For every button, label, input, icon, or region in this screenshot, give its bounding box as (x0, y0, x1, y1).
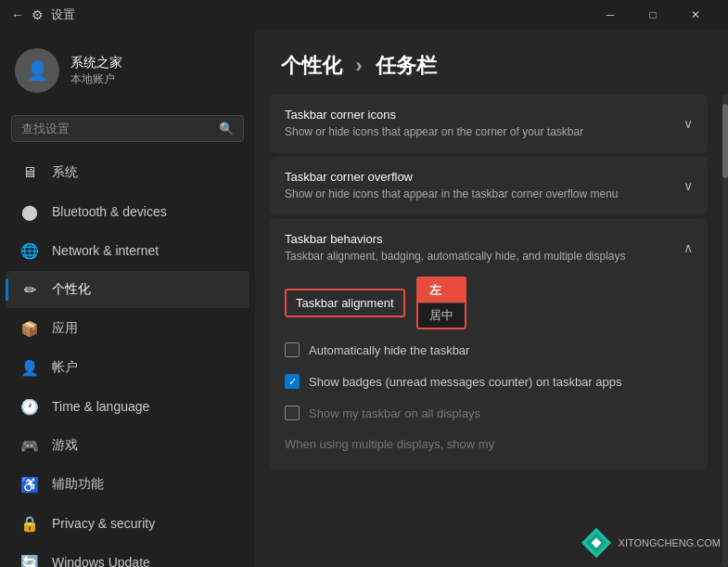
scrollbar-track[interactable] (722, 95, 728, 567)
network-icon: 🌐 (20, 241, 39, 260)
personalization-icon: ✏ (20, 280, 39, 299)
sidebar-item-update[interactable]: 🔄 Windows Update (6, 544, 249, 567)
multiple-displays-label: When using multiple displays, show my (285, 437, 494, 451)
setting-header-corner-icons[interactable]: Taskbar corner icons Show or hide icons … (270, 95, 708, 153)
sidebar-item-label: Privacy & security (52, 516, 155, 531)
watermark-text: XITONGCHENG.COM (619, 537, 721, 548)
setting-title: Taskbar corner icons (285, 108, 672, 122)
sidebar-item-label: Bluetooth & devices (52, 204, 167, 219)
privacy-icon: 🔒 (20, 514, 39, 533)
system-icon: 🖥 (20, 163, 39, 182)
content-area: 个性化 › 任务栏 Taskbar corner icons Show or h… (255, 30, 728, 567)
sidebar-item-label: 帐户 (52, 359, 78, 376)
sidebar-item-label: Time & language (52, 399, 149, 414)
title-bar-text: 设置 (51, 6, 75, 23)
search-box[interactable]: 🔍 (11, 115, 244, 142)
option-center[interactable]: 居中 (418, 303, 465, 328)
sidebar-item-privacy[interactable]: 🔒 Privacy & security (6, 505, 249, 542)
apps-icon: 📦 (20, 319, 39, 338)
watermark-logo (580, 526, 613, 560)
taskbar-alignment-row: Taskbar alignment 左 居中 (285, 277, 693, 329)
all-displays-checkbox[interactable] (285, 406, 300, 420)
breadcrumb-part1: 个性化 (281, 54, 342, 77)
setting-title-area: Taskbar corner overflow Show or hide ico… (285, 170, 672, 202)
update-icon: 🔄 (20, 553, 39, 567)
all-displays-row[interactable]: Show my taskbar on all displays (285, 402, 693, 424)
sidebar-item-time[interactable]: 🕐 Time & language (6, 388, 249, 425)
setting-title-area: Taskbar behaviors Taskbar alignment, bad… (285, 232, 672, 264)
window-controls: ─ □ ✕ (589, 0, 717, 30)
user-profile[interactable]: 👤 系统之家 本地账户 (0, 30, 255, 108)
auto-hide-label: Automatically hide the taskbar (309, 343, 469, 357)
content-scroll-area: Taskbar corner icons Show or hide icons … (255, 95, 728, 567)
sidebar-item-bluetooth[interactable]: ⬤ Bluetooth & devices (6, 193, 249, 230)
close-button[interactable]: ✕ (674, 0, 717, 30)
sidebar-item-label: 应用 (52, 320, 78, 337)
avatar: 👤 (15, 48, 59, 93)
chevron-up-icon: ∧ (683, 240, 693, 255)
accounts-icon: 👤 (20, 358, 39, 377)
setting-title: Taskbar behaviors (285, 232, 672, 246)
title-bar-left: ← ⚙ 设置 (11, 6, 589, 23)
setting-header-corner-overflow[interactable]: Taskbar corner overflow Show or hide ico… (270, 157, 708, 215)
setting-taskbar-corner-overflow: Taskbar corner overflow Show or hide ico… (270, 157, 708, 215)
search-container: 🔍 (0, 108, 255, 153)
search-icon: 🔍 (219, 122, 234, 135)
setting-desc: Taskbar alignment, badging, automaticall… (285, 249, 672, 264)
scrollbar-thumb[interactable] (722, 104, 728, 178)
setting-taskbar-corner-icons: Taskbar corner icons Show or hide icons … (270, 95, 708, 153)
setting-desc: Show or hide icons that appear on the co… (285, 124, 672, 140)
option-left[interactable]: 左 (418, 278, 465, 303)
sidebar-item-accounts[interactable]: 👤 帐户 (6, 349, 249, 386)
setting-behaviors-body: Taskbar alignment 左 居中 Automatically hid… (270, 277, 708, 470)
sidebar-item-gaming[interactable]: 🎮 游戏 (6, 427, 249, 464)
settings-icon: ⚙ (32, 7, 44, 22)
multiple-displays-row: When using multiple displays, show my (285, 433, 693, 455)
auto-hide-row[interactable]: Automatically hide the taskbar (285, 339, 693, 361)
sidebar-item-apps[interactable]: 📦 应用 (6, 310, 249, 347)
sidebar: 👤 系统之家 本地账户 🔍 🖥 系统 ⬤ Bluetooth & devices… (0, 30, 255, 567)
setting-title-area: Taskbar corner icons Show or hide icons … (285, 108, 672, 140)
app-container: 👤 系统之家 本地账户 🔍 🖥 系统 ⬤ Bluetooth & devices… (0, 30, 728, 567)
watermark: XITONGCHENG.COM (580, 526, 721, 560)
sidebar-item-accessibility[interactable]: ♿ 辅助功能 (6, 466, 249, 503)
sidebar-item-personalization[interactable]: ✏ 个性化 (6, 271, 249, 308)
sidebar-item-label: 个性化 (52, 281, 91, 298)
sidebar-item-system[interactable]: 🖥 系统 (6, 154, 249, 191)
maximize-button[interactable]: □ (632, 0, 674, 30)
breadcrumb: 个性化 › 任务栏 (281, 52, 702, 80)
setting-desc: Show or hide icons that appear in the ta… (285, 187, 672, 202)
accessibility-icon: ♿ (20, 475, 39, 494)
minimize-button[interactable]: ─ (589, 0, 632, 30)
badges-checkbox[interactable] (285, 374, 300, 389)
sidebar-item-label: 系统 (52, 164, 78, 181)
setting-taskbar-behaviors: Taskbar behaviors Taskbar alignment, bad… (270, 219, 708, 470)
sidebar-item-network[interactable]: 🌐 Network & internet (6, 232, 249, 269)
setting-title: Taskbar corner overflow (285, 170, 672, 184)
search-input[interactable] (21, 122, 211, 135)
chevron-down-icon: ∨ (683, 178, 693, 193)
gaming-icon: 🎮 (20, 436, 39, 455)
user-info: 系统之家 本地账户 (70, 55, 122, 87)
breadcrumb-part2: 任务栏 (376, 54, 437, 77)
sidebar-item-label: Network & internet (52, 243, 159, 258)
badges-label: Show badges (unread messages counter) on… (309, 375, 621, 389)
sidebar-item-label: Windows Update (52, 555, 150, 567)
setting-header-behaviors[interactable]: Taskbar behaviors Taskbar alignment, bad… (270, 219, 708, 277)
auto-hide-checkbox[interactable] (285, 342, 300, 357)
time-icon: 🕐 (20, 397, 39, 416)
all-displays-label: Show my taskbar on all displays (309, 406, 480, 420)
breadcrumb-separator: › (355, 54, 362, 77)
badges-row[interactable]: Show badges (unread messages counter) on… (285, 370, 693, 393)
title-bar: ← ⚙ 设置 ─ □ ✕ (0, 0, 728, 30)
back-icon[interactable]: ← (11, 7, 24, 22)
user-type: 本地账户 (70, 71, 122, 87)
sidebar-item-label: 辅助功能 (52, 476, 104, 493)
sidebar-item-label: 游戏 (52, 437, 78, 454)
chevron-down-icon: ∨ (683, 116, 693, 131)
user-name: 系统之家 (70, 55, 122, 71)
content-header: 个性化 › 任务栏 (255, 30, 728, 95)
settings-list: Taskbar corner icons Show or hide icons … (255, 95, 722, 567)
bluetooth-icon: ⬤ (20, 202, 39, 221)
alignment-dropdown[interactable]: 左 居中 (416, 277, 466, 329)
